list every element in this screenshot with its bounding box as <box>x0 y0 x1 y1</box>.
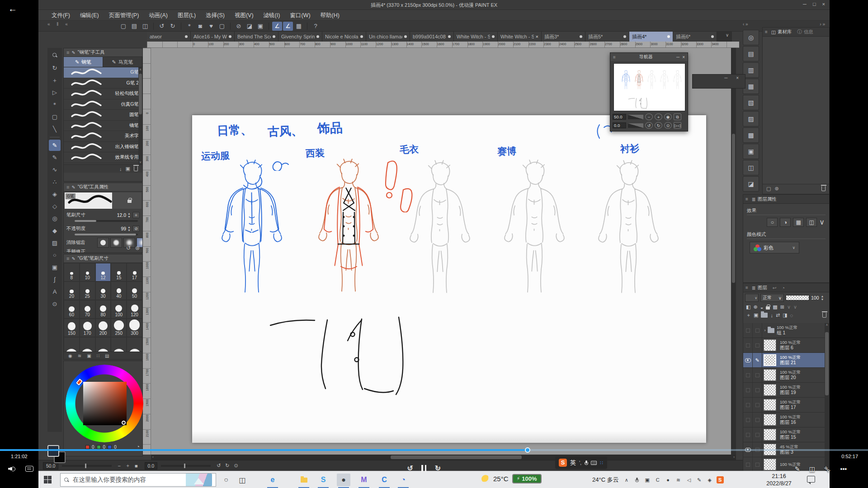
navigator-thumbnail[interactable] <box>613 63 685 111</box>
fit-icon[interactable]: ◉ <box>664 113 672 120</box>
canvas-horizontal-scrollbar[interactable]: ‹› <box>151 455 736 460</box>
document-tab[interactable]: Behind The Sce <box>235 32 278 42</box>
actual-size-icon[interactable]: ⧉ <box>674 113 681 120</box>
start-button[interactable] <box>44 476 52 483</box>
photos-tray-icon[interactable]: ▣ <box>644 476 651 483</box>
brush-size-preset[interactable]: 40 <box>111 282 127 300</box>
layer-row[interactable]: ›100 %正常组 1 <box>743 323 826 338</box>
layer-visibility-cell[interactable] <box>743 457 753 471</box>
new-folder-icon[interactable] <box>761 313 768 318</box>
document-tab[interactable]: Nicole e Nicola <box>322 32 366 42</box>
microphone-tray-icon[interactable] <box>633 476 641 483</box>
panel-menu-icon[interactable]: ≡ <box>765 29 768 34</box>
invert-selection-icon[interactable]: ◪ <box>245 22 255 31</box>
layer-edit-cell[interactable] <box>753 427 762 442</box>
copy-subtool-icon[interactable]: ▣ <box>126 166 130 172</box>
document-tab[interactable]: Un chico llamad <box>366 32 410 42</box>
forward-30-icon[interactable]: ↻30 <box>434 464 441 473</box>
fit-screen-icon[interactable]: ■ <box>135 463 138 469</box>
menu-item-8[interactable]: 窗口(W) <box>285 10 315 21</box>
brush-size-preset[interactable]: 150 <box>64 319 80 337</box>
snap-to-ruler-icon[interactable]: ∠ <box>272 22 282 31</box>
rotate-right-icon[interactable]: ↻ <box>225 463 229 469</box>
menu-item-2[interactable]: 页面管理(P) <box>104 10 144 21</box>
drawing-page[interactable]: 日常、古风、饰品运动服西装毛衣赛博衬衫 <box>192 115 706 443</box>
layer-lock-icon-6[interactable]: ⊞ <box>780 304 784 310</box>
sogou-ime-icon[interactable]: S <box>559 459 567 467</box>
layer-lock-icon-3[interactable]: ◒ <box>760 305 764 310</box>
app-clock-taskbar-icon[interactable]: ◔ <box>396 474 410 486</box>
layer-visibility-cell[interactable] <box>743 398 753 412</box>
document-tab[interactable]: Alice16 - My W <box>191 32 235 42</box>
layer-row[interactable]: 100 %正常图层 16 <box>743 413 826 427</box>
open-file-icon[interactable]: ▤ <box>129 22 139 31</box>
layer-visibility-cell[interactable] <box>743 323 753 338</box>
close-icon[interactable]: × <box>682 55 685 60</box>
brush-item[interactable]: G笔 <box>64 67 142 78</box>
save-file-icon[interactable]: ◫ <box>140 22 150 31</box>
brush-item[interactable]: 粗糙笔 <box>64 163 142 165</box>
cortana-taskbar-icon[interactable]: ○ <box>219 474 233 486</box>
tray-weather[interactable]: 24°C 多云 <box>592 476 619 484</box>
layer-lock-icon-2[interactable]: ⊕ <box>753 304 757 310</box>
menu-item-5[interactable]: 选择(S) <box>201 10 230 21</box>
xunfei-ime-tray-icon[interactable]: ◈ <box>706 476 713 483</box>
layer-thumbnail[interactable] <box>764 414 776 426</box>
expand-selection-icon[interactable]: ▣ <box>255 22 265 31</box>
subtool-tab-马克笔[interactable]: ✎马克笔 <box>103 57 142 67</box>
pencil-tool[interactable]: ✎ <box>49 152 61 163</box>
list-icon[interactable]: ▤ <box>105 353 109 358</box>
snap-to-grid-icon[interactable]: ▦ <box>294 22 304 31</box>
brush-size-preset[interactable]: 200 <box>95 319 111 337</box>
canvas-vertical-scrollbar[interactable] <box>731 48 736 455</box>
layer-visibility-cell[interactable] <box>743 338 753 352</box>
ime-punctuation[interactable]: ’, <box>579 460 581 465</box>
record-icon[interactable]: ◉ <box>68 353 72 358</box>
main-color-swatch[interactable] <box>47 445 59 457</box>
antialias-option-1[interactable] <box>110 238 122 248</box>
tab-layer-search[interactable]: ↩ <box>771 283 778 292</box>
zoom-out-icon[interactable]: − <box>645 113 653 120</box>
brush-size-preset[interactable]: 60 <box>64 300 80 319</box>
brush-item[interactable]: 美术字 <box>64 131 142 142</box>
layer-visibility-cell[interactable] <box>743 368 753 382</box>
layer-row[interactable]: 100 %正常图层 19 <box>743 383 826 398</box>
tab-layer-property[interactable]: ≣ 图层属性 <box>750 195 778 204</box>
marquee-tool[interactable]: ▢ <box>49 111 61 122</box>
layer-action-icon-6[interactable]: ◨ <box>783 312 787 318</box>
tab-list-chevron-icon[interactable]: ∨ <box>726 33 729 38</box>
layer-edit-cell[interactable] <box>753 413 762 427</box>
fill-tool[interactable]: ◆ <box>49 225 61 236</box>
app-c-taskbar-icon[interactable]: C <box>377 474 391 486</box>
layer-thumbnail[interactable] <box>764 339 776 351</box>
layer-visibility-cell[interactable] <box>743 427 753 442</box>
palette-color-dropdown[interactable]: ∨ <box>745 294 759 302</box>
auto-select-tool[interactable]: ＊ <box>49 99 61 110</box>
layer-lock-icon-5[interactable]: ▩ <box>773 304 777 310</box>
brush-size-preset[interactable]: 15 <box>111 263 127 282</box>
brush-size-preset[interactable]: 70 <box>80 300 95 319</box>
exit-fullscreen-icon[interactable]: »« <box>823 464 833 474</box>
blend-mode-dropdown[interactable]: 正常 ∨ <box>760 294 784 302</box>
material-category-2-icon[interactable]: ▤ <box>743 46 759 61</box>
minimize-button[interactable]: ─ <box>803 1 807 7</box>
menu-item-4[interactable]: 图层(L) <box>173 10 201 21</box>
rewind-10-icon[interactable]: ↺10 <box>407 464 413 473</box>
pen-device-tray-icon[interactable]: ✎ <box>696 476 703 483</box>
layer-row[interactable]: 100 %正常图层 20 <box>743 368 826 383</box>
opacity-value[interactable]: 99 <box>121 226 126 231</box>
zoom-slider[interactable] <box>62 465 112 467</box>
figure-tool[interactable]: ○ <box>49 249 61 261</box>
layer-visibility-cell[interactable] <box>743 413 753 427</box>
panel-menu-icon[interactable]: ≡ <box>745 285 748 290</box>
brush-item[interactable]: 效果线专用 <box>64 152 142 163</box>
brush-size-preset[interactable]: 250 <box>111 319 127 337</box>
zoom-in-icon[interactable]: ＋ <box>125 462 130 469</box>
right-dock-collapse-icons[interactable]: ‹ » › » <box>743 22 829 27</box>
brush-size-preset[interactable]: 12 <box>95 263 111 282</box>
ime-mic-icon[interactable] <box>585 460 588 465</box>
layer-edit-cell[interactable] <box>753 398 762 412</box>
panel-menu-icon[interactable]: ≡ <box>66 50 69 55</box>
layer-edit-cell[interactable] <box>753 323 762 338</box>
balloon-tool[interactable]: ⊙ <box>49 298 61 310</box>
